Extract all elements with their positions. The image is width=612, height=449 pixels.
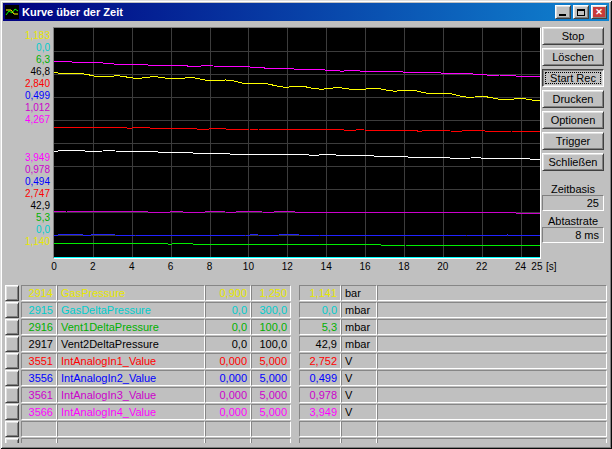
minimize-icon [559, 14, 566, 16]
cell-channel-name [57, 421, 205, 437]
y-axis-label: 0,0 [0, 224, 50, 236]
cell-max-value[interactable]: 1,250 [251, 285, 291, 301]
cell-channel-name: GasDeltaPressure [57, 302, 205, 318]
cell-min-value[interactable] [205, 438, 251, 443]
zeitbasis-value-field[interactable]: 25 [542, 195, 604, 211]
cell-min-value[interactable]: 0,0 [205, 302, 251, 318]
zeitbasis-label: Zeitbasis [540, 183, 606, 195]
table-row: 3566IntAnalogIn4_Value0,0005,0003,949V [5, 404, 607, 420]
cell-min-value[interactable]: 0,0 [205, 336, 251, 352]
cell-channel-name: IntAnalogIn1_Value [57, 353, 205, 369]
y-axis-label: 1,140 [0, 236, 50, 248]
app-icon [5, 5, 19, 19]
cell-spacer [291, 438, 299, 443]
cell-min-value[interactable]: 0,900 [205, 285, 251, 301]
channel-toggle-button[interactable] [5, 336, 19, 352]
title-bar[interactable]: Kurve über der Zeit ✕ [3, 3, 609, 21]
cell-min-value[interactable]: 0,000 [205, 370, 251, 386]
channel-toggle-button[interactable] [5, 387, 19, 403]
table-row: 3556IntAnalogIn2_Value0,0005,0000,499V [5, 370, 607, 386]
cell-max-value[interactable]: 100,0 [251, 319, 291, 335]
y-axis-label: 6,3 [0, 54, 50, 66]
cell-channel-name: IntAnalogIn3_Value [57, 387, 205, 403]
cell-min-value[interactable]: 0,000 [205, 387, 251, 403]
cell-channel-name: Vent1DeltaPressure [57, 319, 205, 335]
cell-max-value[interactable]: 5,000 [251, 404, 291, 420]
table-row: 3561IntAnalogIn3_Value0,0005,0000,978V [5, 387, 607, 403]
cell-min-value[interactable]: 0,0 [205, 319, 251, 335]
trace-vent2deltapressure [54, 151, 540, 160]
y-axis-label: 1,012 [0, 102, 50, 114]
l-schen-button[interactable]: Löschen [542, 48, 604, 66]
minimize-button[interactable] [555, 5, 571, 19]
stop-button[interactable]: Stop [542, 27, 604, 45]
cell-max-value[interactable]: 5,000 [251, 370, 291, 386]
channel-toggle-button[interactable] [5, 404, 19, 420]
cell-spacer [291, 404, 299, 420]
cell-max-value[interactable] [251, 438, 291, 443]
y-axis-label: 4,267 [0, 114, 50, 126]
cell-channel-name: IntAnalogIn4_Value [57, 404, 205, 420]
cell-current-value [299, 438, 341, 443]
table-row [5, 421, 607, 437]
cell-max-value[interactable]: 100,0 [251, 336, 291, 352]
cell-max-value[interactable]: 5,000 [251, 353, 291, 369]
cell-channel-id: 2916 [21, 319, 57, 335]
cell-channel-id [21, 438, 57, 443]
y-axis-label: 46,8 [0, 66, 50, 78]
cell-unit: bar [341, 285, 377, 301]
cell-unit [341, 438, 377, 443]
trigger-button[interactable]: Trigger [542, 132, 604, 150]
drucken-button[interactable]: Drucken [542, 90, 604, 108]
abtastrate-label: Abtastrate [540, 215, 606, 227]
cell-filler [377, 438, 607, 443]
cell-max-value[interactable]: 5,000 [251, 387, 291, 403]
close-button[interactable]: ✕ [591, 5, 607, 19]
cell-channel-id: 3561 [21, 387, 57, 403]
x-tick-label: 22 [476, 261, 487, 272]
schlie-en-button[interactable]: Schließen [542, 153, 604, 171]
abtastrate-value-field[interactable]: 8 ms [542, 227, 604, 243]
chart-canvas [54, 28, 540, 258]
cell-min-value[interactable] [205, 421, 251, 437]
x-tick-label: 4 [129, 261, 135, 272]
channel-toggle-button[interactable] [5, 319, 19, 335]
cell-channel-id: 3551 [21, 353, 57, 369]
cell-min-value[interactable]: 0,000 [205, 353, 251, 369]
channel-toggle-button[interactable] [5, 370, 19, 386]
cell-unit: V [341, 387, 377, 403]
x-tick-label: 0 [51, 261, 57, 272]
maximize-button[interactable] [573, 5, 589, 19]
cell-current-value: 42,9 [299, 336, 341, 352]
cell-max-value[interactable] [251, 421, 291, 437]
x-tick-label: 12 [282, 261, 293, 272]
cell-max-value[interactable]: 300,0 [251, 302, 291, 318]
channel-toggle-button[interactable] [5, 302, 19, 318]
window-controls: ✕ [555, 5, 607, 19]
trace-vent1deltapressure [54, 244, 540, 246]
cell-unit: V [341, 370, 377, 386]
channel-toggle-button[interactable] [5, 421, 19, 437]
cell-filler [377, 336, 607, 352]
x-tick-label: 6 [168, 261, 174, 272]
channel-toggle-button[interactable] [5, 285, 19, 301]
optionen-button[interactable]: Optionen [542, 111, 604, 129]
close-icon: ✕ [595, 8, 603, 17]
trace-intanalogin2-value [54, 235, 540, 236]
cell-channel-name: Vent2DeltaPressure [57, 336, 205, 352]
x-tick-label: 14 [321, 261, 332, 272]
table-row [5, 438, 607, 443]
cell-current-value: 1,141 [299, 285, 341, 301]
cell-filler [377, 404, 607, 420]
cell-current-value: 0,499 [299, 370, 341, 386]
x-axis-unit-label: [s] [546, 261, 557, 272]
cell-channel-id: 3566 [21, 404, 57, 420]
cell-filler [377, 370, 607, 386]
cell-channel-name: IntAnalogIn2_Value [57, 370, 205, 386]
cell-min-value[interactable]: 0,000 [205, 404, 251, 420]
start-rec-button[interactable]: Start Rec [542, 69, 604, 87]
channel-toggle-button[interactable] [5, 438, 19, 443]
channel-toggle-button[interactable] [5, 353, 19, 369]
table-row: 2914GasPressure0,9001,2501,141bar [5, 285, 607, 301]
cell-current-value: 3,949 [299, 404, 341, 420]
